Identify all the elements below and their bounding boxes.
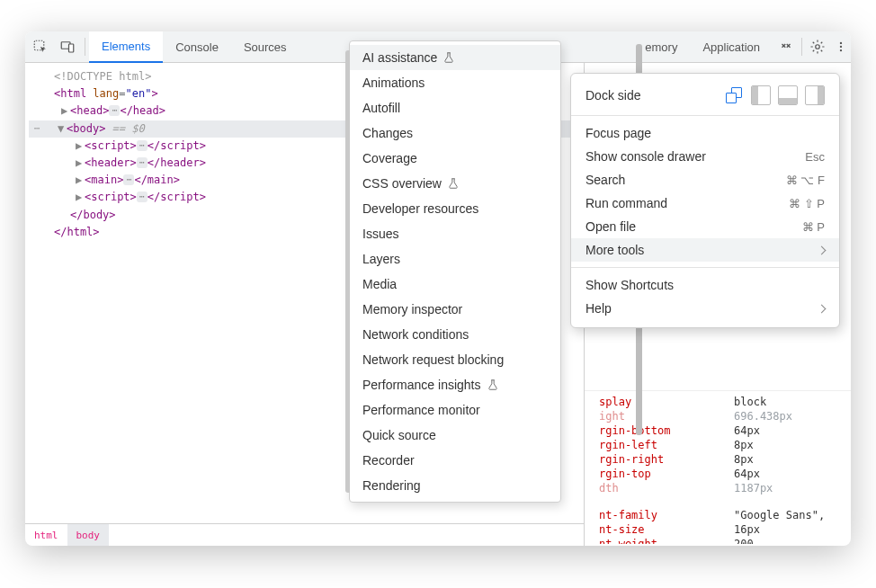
computed-property-row[interactable]: nt-family"Google Sans", <box>592 508 844 522</box>
submenu-item-label: Coverage <box>362 151 417 165</box>
computed-property-row[interactable]: ight696.438px <box>592 409 844 423</box>
submenu-item-memory-inspector[interactable]: Memory inspector <box>350 297 560 322</box>
computed-prop-name: rgin-left <box>592 439 734 451</box>
menu-help[interactable]: Help <box>571 297 839 320</box>
menu-item-label: Show console drawer <box>585 149 706 164</box>
menu-item-show-console-drawer[interactable]: Show console drawerEsc <box>571 145 839 168</box>
submenu-item-recorder[interactable]: Recorder <box>350 448 560 473</box>
submenu-item-coverage[interactable]: Coverage <box>350 146 560 171</box>
menu-item-label: Open file <box>585 219 636 234</box>
line-menu-icon[interactable]: ⋯ <box>29 120 45 137</box>
computed-property-row[interactable]: rgin-bottom64px <box>592 423 844 438</box>
more-tabs-icon[interactable] <box>773 32 800 62</box>
breadcrumb: html body <box>25 523 584 546</box>
computed-prop-value: 8px <box>734 453 844 466</box>
svg-point-5 <box>840 46 842 48</box>
tab-memory-partial[interactable]: emory <box>645 40 690 54</box>
submenu-item-issues[interactable]: Issues <box>350 221 560 246</box>
svg-point-6 <box>840 49 842 51</box>
computed-property-row[interactable]: rgin-left8px <box>592 438 844 452</box>
dock-left-icon[interactable] <box>751 85 771 105</box>
submenu-item-label: Recorder <box>362 453 415 468</box>
computed-property-row[interactable]: splayblock <box>592 395 844 409</box>
computed-prop-name: ight <box>592 410 734 423</box>
submenu-item-label: Layers <box>362 252 400 266</box>
device-toolbar-icon[interactable] <box>54 32 81 62</box>
submenu-item-label: Animations <box>362 76 425 90</box>
beaker-icon <box>487 379 499 391</box>
submenu-item-developer-resources[interactable]: Developer resources <box>350 196 560 221</box>
tab-strip: Elements Console Sources <box>89 31 299 62</box>
computed-prop-value: 200 <box>734 538 844 543</box>
submenu-item-layers[interactable]: Layers <box>350 246 560 272</box>
inspect-element-icon[interactable] <box>27 32 54 62</box>
submenu-item-network-conditions[interactable]: Network conditions <box>350 322 560 347</box>
dock-right-icon[interactable] <box>805 85 825 105</box>
tab-console[interactable]: Console <box>163 31 231 62</box>
computed-prop-value: 64px <box>734 468 844 480</box>
submenu-item-performance-insights[interactable]: Performance insights <box>350 372 560 397</box>
computed-property-row[interactable]: nt-size16px <box>592 522 844 537</box>
computed-prop-value: block <box>734 396 844 408</box>
computed-styles[interactable]: splayblockight696.438pxrgin-bottom64pxrg… <box>585 391 851 546</box>
submenu-item-animations[interactable]: Animations <box>350 70 560 95</box>
submenu-item-label: Developer resources <box>362 201 478 216</box>
tab-elements[interactable]: Elements <box>89 31 163 63</box>
svg-point-4 <box>840 42 842 44</box>
submenu-item-label: Rendering <box>362 478 421 493</box>
submenu-item-performance-monitor[interactable]: Performance monitor <box>350 397 560 423</box>
menu-shortcuts[interactable]: Show Shortcuts <box>571 273 839 297</box>
computed-prop-name: splay <box>592 396 734 408</box>
submenu-item-autofill[interactable]: Autofill <box>350 95 560 120</box>
menu-item-label: Search <box>585 173 625 187</box>
computed-prop-name: nt-size <box>592 523 734 536</box>
computed-property-row[interactable]: rgin-top64px <box>592 467 844 481</box>
submenu-item-label: Autofill <box>362 101 400 115</box>
settings-icon[interactable] <box>804 32 831 62</box>
submenu-item-quick-source[interactable]: Quick source <box>350 423 560 448</box>
menu-item-run-command[interactable]: Run command⌘ ⇧ P <box>571 192 839 215</box>
submenu-item-network-request-blocking[interactable]: Network request blocking <box>350 347 560 372</box>
tab-sources[interactable]: Sources <box>231 31 299 62</box>
computed-prop-value: 696.438px <box>734 410 844 423</box>
computed-property-row[interactable]: dth1187px <box>592 481 844 495</box>
submenu-item-label: AI assistance <box>362 50 437 65</box>
more-tools-submenu: AI assistanceAnimationsAutofillChangesCo… <box>349 40 561 503</box>
submenu-item-changes[interactable]: Changes <box>350 120 560 146</box>
menu-more-tools[interactable]: More tools <box>571 238 839 262</box>
menu-separator <box>571 115 839 116</box>
menu-item-open-file[interactable]: Open file⌘ P <box>571 215 839 238</box>
devtools-context-menu: Dock side Focus pageShow console drawerE… <box>570 73 840 328</box>
computed-prop-name: nt-weight <box>592 538 734 543</box>
submenu-item-css-overview[interactable]: CSS overview <box>350 171 560 196</box>
menu-item-focus-page[interactable]: Focus page <box>571 121 839 145</box>
submenu-item-ai-assistance[interactable]: AI assistance <box>350 45 560 70</box>
computed-prop-value: 8px <box>734 439 844 451</box>
divider <box>801 38 802 56</box>
submenu-item-label: Network request blocking <box>362 352 504 367</box>
submenu-item-rendering[interactable]: Rendering <box>350 473 560 498</box>
dock-undock-icon[interactable] <box>724 85 744 105</box>
computed-prop-value: "Google Sans", <box>734 509 844 521</box>
chevron-right-icon <box>818 304 827 313</box>
dock-bottom-icon[interactable] <box>778 85 798 105</box>
computed-prop-value: 1187px <box>734 482 844 494</box>
breadcrumb-html[interactable]: html <box>25 524 67 546</box>
submenu-item-label: Issues <box>362 227 398 241</box>
breadcrumb-body[interactable]: body <box>67 524 110 546</box>
submenu-item-label: Media <box>362 277 397 291</box>
computed-property-row[interactable]: nt-weight200 <box>592 537 844 544</box>
computed-property-row[interactable]: rgin-right8px <box>592 452 844 467</box>
menu-item-search[interactable]: Search⌘ ⌥ F <box>571 168 839 192</box>
beaker-icon <box>442 51 455 64</box>
submenu-item-media[interactable]: Media <box>350 272 560 297</box>
menu-item-shortcut: ⌘ ⌥ F <box>786 174 825 187</box>
svg-rect-2 <box>69 44 74 52</box>
tab-application[interactable]: Application <box>690 40 773 54</box>
menu-item-shortcut: ⌘ P <box>802 220 825 234</box>
menu-item-label: Run command <box>585 196 667 210</box>
svg-point-3 <box>816 45 820 49</box>
submenu-item-label: Performance insights <box>362 378 481 392</box>
kebab-menu-icon[interactable] <box>831 32 851 62</box>
menu-item-shortcut: Esc <box>805 150 825 164</box>
